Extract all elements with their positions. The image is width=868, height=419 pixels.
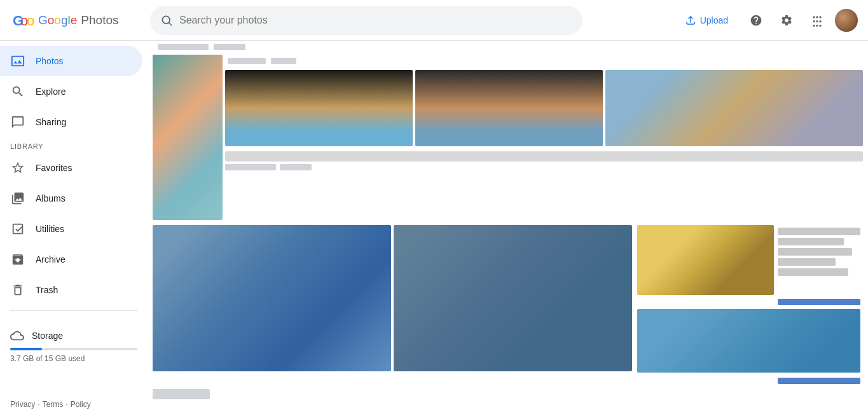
sidebar-item-photos-label: Photos (36, 56, 64, 66)
topbar-actions: Upload (675, 8, 858, 33)
photo-thumb[interactable] (637, 309, 860, 373)
app-name-label: Photos (81, 13, 118, 27)
sharing-icon (10, 114, 25, 130)
svg-text:o: o (27, 13, 34, 29)
photo-thumb[interactable] (153, 55, 223, 220)
policy-link[interactable]: Policy (71, 400, 91, 409)
photo-thumb[interactable] (153, 225, 391, 371)
sidebar-item-explore-label: Explore (36, 86, 65, 97)
storage-bar-background (10, 348, 137, 350)
grid-icon (811, 14, 823, 27)
topbar: G o o Google Photos Upload (0, 0, 868, 41)
photo-row-3 (153, 389, 863, 399)
main-content (148, 41, 868, 419)
sidebar-item-sharing[interactable]: Sharing (0, 107, 142, 137)
search-icon (160, 14, 173, 27)
search-input[interactable] (179, 15, 572, 26)
photo-row-2 (153, 225, 863, 384)
photo-thumb[interactable] (225, 70, 413, 146)
footer-links: Privacy · Terms · Policy (10, 400, 137, 409)
sidebar: Photos Explore Sharing LIBRARY (0, 41, 148, 419)
storage-text: 3.7 GB of 15 GB used (10, 354, 137, 363)
sidebar-item-favorites-label: Favorites (36, 163, 72, 173)
sidebar-item-trash-label: Trash (36, 285, 58, 295)
gear-icon (780, 14, 793, 27)
main-layout: Photos Explore Sharing LIBRARY (0, 41, 868, 419)
svg-line-5 (169, 22, 172, 25)
library-section-label: LIBRARY (0, 137, 148, 153)
footer-dot-1: · (38, 400, 39, 409)
privacy-link[interactable]: Privacy (10, 400, 35, 409)
upload-icon (685, 15, 696, 26)
settings-button[interactable] (774, 8, 799, 33)
sidebar-item-archive-label: Archive (36, 254, 65, 264)
avatar[interactable] (835, 9, 858, 32)
sidebar-item-photos[interactable]: Photos (0, 46, 142, 76)
storage-bar-fill (10, 348, 42, 350)
explore-icon (10, 84, 25, 99)
help-icon (750, 14, 762, 27)
upload-button[interactable]: Upload (675, 9, 738, 32)
star-icon (10, 160, 25, 175)
sidebar-item-utilities[interactable]: Utilities (0, 214, 142, 244)
album-icon (10, 191, 25, 206)
google-logo-icon: G o o (10, 8, 36, 33)
photo-thumb[interactable] (605, 70, 863, 146)
sidebar-item-archive[interactable]: Archive (0, 244, 142, 275)
sidebar-footer: Privacy · Terms · Policy (0, 395, 148, 414)
sidebar-item-favorites[interactable]: Favorites (0, 153, 142, 183)
sidebar-divider (10, 310, 137, 311)
date-header-1 (153, 41, 863, 53)
sidebar-item-explore[interactable]: Explore (0, 76, 142, 107)
photo-thumb[interactable] (637, 225, 774, 295)
sidebar-item-utilities-label: Utilities (36, 224, 64, 234)
sidebar-item-trash[interactable]: Trash (0, 275, 142, 305)
trash-icon (10, 282, 25, 298)
archive-icon (10, 252, 25, 267)
utilities-icon (10, 221, 25, 237)
apps-button[interactable] (804, 8, 830, 33)
search-bar[interactable] (150, 6, 582, 35)
photos-icon (10, 53, 25, 69)
storage-label: Storage (32, 331, 63, 341)
cloud-icon (10, 329, 24, 343)
logo: G o o Google Photos (10, 8, 150, 33)
footer-dot-2: · (65, 400, 67, 409)
storage-section: Storage 3.7 GB of 15 GB used (0, 319, 148, 373)
sidebar-item-albums-label: Albums (36, 193, 65, 203)
photo-row-1 (153, 55, 863, 220)
photo-thumb[interactable] (415, 70, 603, 146)
terms-link[interactable]: Terms (43, 400, 64, 409)
storage-title[interactable]: Storage (10, 329, 137, 343)
photo-thumb[interactable] (394, 225, 632, 371)
help-button[interactable] (743, 8, 769, 33)
sidebar-item-sharing-label: Sharing (36, 117, 66, 127)
sidebar-item-albums[interactable]: Albums (0, 183, 142, 214)
